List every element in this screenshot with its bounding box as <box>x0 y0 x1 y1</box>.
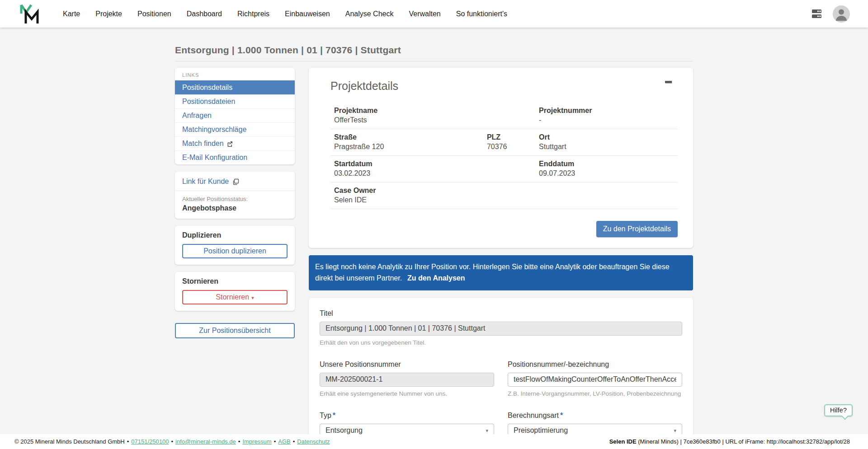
status-label: Aktueller Positionsstatus: <box>182 196 288 202</box>
footer-separator: • <box>127 438 129 445</box>
cancel-header: Stornieren <box>182 277 288 285</box>
enddatum-value: 09.07.2023 <box>539 169 674 178</box>
main-navigation: Karte Projekte Positionen Dashboard Rich… <box>63 10 523 18</box>
customer-link-card: Link für Kunde Aktueller Positionsstatus… <box>175 172 295 219</box>
table-row: Case Owner Selen IDE <box>330 182 678 209</box>
table-row: Projektname OfferTests Projektnummer - <box>330 103 678 129</box>
table-row: Straße Pragstraße 120 PLZ 70376 Ort Stut… <box>330 129 678 156</box>
footer-phone-link[interactable]: 07151/250100 <box>131 438 169 445</box>
nav-item-so-funktionierts[interactable]: So funktioniert's <box>456 10 507 18</box>
copy-icon[interactable] <box>232 178 239 185</box>
zur-positionsuebersicht-button[interactable]: Zur Positionsübersicht <box>175 323 295 338</box>
cancel-card: Stornieren Stornieren▾ <box>175 272 295 311</box>
plz-value: 70376 <box>487 143 532 151</box>
duplicate-header: Duplizieren <box>182 231 288 239</box>
plz-label: PLZ <box>487 133 532 141</box>
unsere-positionsnummer-input[interactable] <box>320 373 494 387</box>
footer-separator: • <box>274 438 276 445</box>
link-fuer-kunde-link[interactable]: Link für Kunde <box>182 178 229 186</box>
sidebar-item-matchingvorschlaege[interactable]: Matchingvorschläge <box>175 122 295 136</box>
required-asterisk: * <box>560 412 563 419</box>
nav-item-karte[interactable]: Karte <box>63 10 80 18</box>
position-form-card: Titel Erhält den von uns vorgegebenen Ti… <box>309 298 693 449</box>
sidebar: LINKS Positionsdetails Positionsdateien … <box>175 68 295 338</box>
position-status: Aktueller Positionsstatus: Angebotsphase <box>175 191 295 219</box>
sidebar-links-header: LINKS <box>175 68 295 80</box>
footer-impressum-link[interactable]: Impressum <box>242 438 271 445</box>
page-title: Entsorgung | 1.000 Tonnen | 01 | 70376 |… <box>175 45 693 56</box>
page-container: Entsorgung | 1.000 Tonnen | 01 | 70376 |… <box>175 45 693 449</box>
projektnummer-label: Projektnummer <box>539 107 674 115</box>
case-owner-value: Selen IDE <box>334 196 674 204</box>
sidebar-item-positionsdetails[interactable]: Positionsdetails <box>175 80 295 94</box>
positionsnummer-input[interactable] <box>508 373 682 387</box>
caret-down-icon: ▾ <box>251 295 254 300</box>
footer-separator: • <box>293 438 295 445</box>
stornieren-button-label: Stornieren <box>216 293 249 301</box>
positionsnummer-label: Positionsnummer/-bezeichnung <box>508 360 682 369</box>
strasse-label: Straße <box>334 133 480 141</box>
nav-item-einbauweisen[interactable]: Einbauweisen <box>285 10 330 18</box>
footer-agb-link[interactable]: AGB <box>278 438 290 445</box>
sidebar-item-anfragen[interactable]: Anfragen <box>175 108 295 122</box>
typ-select-value: Entsorgung <box>326 426 363 435</box>
main-content: Projektdetails Projektname OfferTests Pr… <box>309 68 693 449</box>
sidebar-links-card: LINKS Positionsdetails Positionsdateien … <box>175 68 295 164</box>
berechnungsart-label: Berechnungsart* <box>508 412 682 420</box>
sidebar-item-positionsdateien[interactable]: Positionsdateien <box>175 94 295 108</box>
hilfe-button[interactable]: Hilfe? <box>824 404 853 416</box>
footer-user: Selen IDE <box>609 438 637 445</box>
server-icon[interactable] <box>811 9 823 19</box>
title-divider <box>175 61 693 61</box>
stornieren-button[interactable]: Stornieren▾ <box>182 290 288 304</box>
account-icon[interactable] <box>833 5 850 23</box>
unsere-positionsnummer-label: Unsere Positionsnummer <box>320 360 494 369</box>
footer-session-info: Selen IDE (Mineral Minds) | 7ce360e83fb0… <box>609 438 850 445</box>
position-duplizieren-button[interactable]: Position duplizieren <box>182 244 288 258</box>
typ-label: Typ* <box>320 412 494 420</box>
project-details-table: Projektname OfferTests Projektnummer - S… <box>330 103 678 209</box>
top-navbar: Karte Projekte Positionen Dashboard Rich… <box>0 0 868 28</box>
mineral-minds-logo[interactable] <box>19 4 39 24</box>
enddatum-label: Enddatum <box>539 160 674 168</box>
zu-den-projektdetails-button[interactable]: Zu den Projektdetails <box>596 221 678 237</box>
footer: © 2025 Mineral Minds Deutschland GmbH • … <box>0 434 868 449</box>
open-in-new-icon <box>227 141 233 147</box>
startdatum-value: 03.02.2023 <box>334 169 480 178</box>
nav-item-dashboard[interactable]: Dashboard <box>187 10 222 18</box>
footer-separator: • <box>171 438 173 445</box>
titel-label: Titel <box>320 309 682 318</box>
strasse-value: Pragstraße 120 <box>334 143 480 151</box>
projektdetails-header: Projektdetails <box>330 80 678 93</box>
positionsnummer-help: Z.B. Interne-Vorgangsnummer, LV-Position… <box>508 390 682 397</box>
caret-down-icon: ▾ <box>486 428 488 434</box>
footer-email-link[interactable]: info@mineral-minds.de <box>175 438 236 445</box>
zu-den-analysen-link[interactable]: Zu den Analysen <box>407 274 465 282</box>
analytik-info-banner: Es liegt noch keine Analytik zu Ihrer Po… <box>309 255 693 290</box>
nav-item-verwalten[interactable]: Verwalten <box>409 10 440 18</box>
nav-item-projekte[interactable]: Projekte <box>95 10 122 18</box>
footer-left: © 2025 Mineral Minds Deutschland GmbH • … <box>14 438 609 445</box>
collapse-minus-icon[interactable] <box>665 79 673 85</box>
required-asterisk: * <box>333 412 335 419</box>
nav-item-richtpreis[interactable]: Richtpreis <box>237 10 269 18</box>
titel-help: Erhält den von uns vorgegebenen Titel. <box>320 339 682 346</box>
positionsnummer-field: Positionsnummer/-bezeichnung Z.B. Intern… <box>508 360 682 397</box>
footer-datenschutz-link[interactable]: Datenschutz <box>297 438 330 445</box>
sidebar-item-label: Match finden <box>182 140 224 148</box>
nav-item-positionen[interactable]: Positionen <box>137 10 171 18</box>
copyright-text: © 2025 Mineral Minds Deutschland GmbH <box>14 438 125 445</box>
projektname-value: OfferTests <box>334 116 480 124</box>
titel-input[interactable] <box>320 322 682 336</box>
duplicate-card: Duplizieren Position duplizieren <box>175 226 295 265</box>
case-owner-label: Case Owner <box>334 187 674 195</box>
unsere-positionsnummer-field: Unsere Positionsnummer Erhält eine syste… <box>320 360 494 397</box>
unsere-positionsnummer-help: Erhält eine systemgenerierte Nummer von … <box>320 390 494 397</box>
sidebar-item-email-konfiguration[interactable]: E-Mail Konfiguration <box>175 150 295 164</box>
sidebar-item-match-finden[interactable]: Match finden <box>175 136 295 150</box>
footer-separator: • <box>238 438 241 445</box>
table-row: Startdatum 03.02.2023 Enddatum 09.07.202… <box>330 156 678 182</box>
ort-label: Ort <box>539 133 674 141</box>
nav-item-analyse-check[interactable]: Analyse Check <box>345 10 394 18</box>
projektname-label: Projektname <box>334 107 480 115</box>
